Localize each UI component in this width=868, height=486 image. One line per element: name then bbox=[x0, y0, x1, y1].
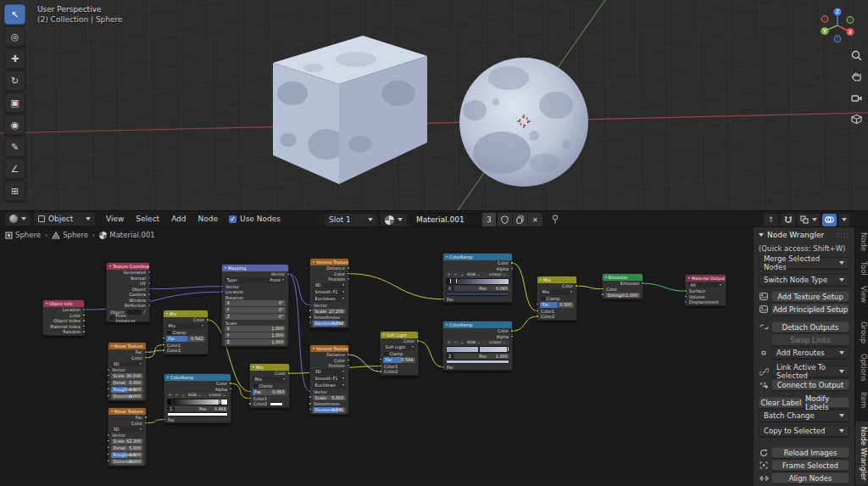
socket-alpha[interactable] bbox=[510, 267, 514, 271]
align-nodes-button[interactable]: Align Nodes bbox=[771, 472, 849, 483]
node-checkbox-from-instancer[interactable]: From Instancer bbox=[107, 316, 149, 321]
colorramp-gradient[interactable] bbox=[167, 399, 228, 405]
menu-view[interactable]: View bbox=[100, 215, 130, 223]
node-header[interactable]: Mapping bbox=[222, 265, 288, 271]
field-x[interactable]: X1.000 bbox=[225, 326, 286, 332]
material-users-count[interactable]: 3 bbox=[482, 213, 496, 226]
stop-color-swatch[interactable] bbox=[446, 360, 509, 365]
add-stop-button[interactable]: + bbox=[446, 272, 452, 277]
stop-position-field[interactable]: Pos1.000 bbox=[454, 354, 509, 359]
field-y[interactable]: Y0° bbox=[225, 307, 286, 313]
node-emission[interactable]: EmissionEmissionColorStrength1.000 bbox=[602, 273, 643, 299]
socket-volume[interactable] bbox=[684, 295, 687, 299]
snap-target-select[interactable] bbox=[798, 214, 820, 226]
socket-color1[interactable] bbox=[162, 344, 165, 347]
node-checkbox-clamp[interactable]: Clamp bbox=[381, 351, 418, 357]
socket-scale[interactable] bbox=[309, 309, 312, 312]
collapse-icon[interactable] bbox=[313, 261, 314, 263]
socket-color2[interactable] bbox=[248, 402, 252, 405]
socket-fac[interactable] bbox=[248, 390, 252, 394]
dropdown-mix[interactable]: Mix bbox=[253, 377, 287, 383]
dropdown-point[interactable]: Type:Point bbox=[225, 277, 286, 283]
socket-emission[interactable] bbox=[641, 282, 644, 285]
socket-color1[interactable] bbox=[536, 310, 539, 313]
gradient-handle[interactable] bbox=[478, 346, 481, 352]
checkbox-unchecked-icon[interactable] bbox=[167, 331, 171, 335]
camera-view-icon[interactable] bbox=[849, 90, 864, 105]
dropdown-euclidean[interactable]: Euclidean bbox=[313, 296, 346, 302]
pan-hand-icon[interactable] bbox=[849, 69, 864, 84]
socket-detail[interactable] bbox=[107, 381, 110, 384]
socket-vector[interactable] bbox=[220, 285, 224, 288]
collapse-icon[interactable] bbox=[540, 279, 542, 281]
field-randomness[interactable]: Randomness0.758 bbox=[313, 321, 346, 327]
field-detail[interactable]: Detail0.000 bbox=[111, 380, 143, 386]
socket-roughness[interactable] bbox=[107, 453, 110, 456]
node-header[interactable]: Voronoi Texture bbox=[310, 345, 348, 352]
field-strength[interactable]: Strength1.000 bbox=[605, 293, 640, 299]
gradient-handle[interactable] bbox=[171, 399, 174, 405]
socket-color[interactable] bbox=[575, 284, 578, 288]
collapse-icon[interactable] bbox=[605, 277, 607, 278]
dropdown-smooth-f1[interactable]: Smooth F1 bbox=[313, 289, 346, 295]
socket-color2[interactable] bbox=[536, 315, 539, 318]
node-mix1[interactable]: MixColorMixClampFac0.542Color1Color2 bbox=[163, 310, 209, 355]
dropdown-3d[interactable]: 3D bbox=[111, 427, 143, 433]
new-material-copy-button[interactable] bbox=[513, 213, 527, 226]
move-tool-icon[interactable]: ✚ bbox=[4, 48, 25, 69]
go-parent-node-tree-icon[interactable]: ↑ bbox=[764, 214, 778, 226]
socket-color[interactable] bbox=[601, 288, 604, 291]
color-mode-select[interactable]: RGB ⌄ bbox=[466, 272, 487, 277]
node-checkbox-clamp[interactable]: Clamp bbox=[537, 296, 576, 302]
socket-color[interactable] bbox=[144, 356, 147, 360]
reload-images-button[interactable]: Reload Images bbox=[771, 447, 849, 458]
node-texcoord[interactable]: Texture CoordinateGeneratedNormalUVObjec… bbox=[106, 262, 150, 322]
socket-fac[interactable] bbox=[162, 337, 165, 340]
unlink-material-button[interactable]: ✕ bbox=[528, 213, 542, 226]
dropdown-mix[interactable]: Mix bbox=[540, 289, 574, 295]
node-header[interactable]: Voronoi Texture bbox=[310, 259, 348, 265]
dropdown-soft-light[interactable]: Soft Light bbox=[383, 344, 415, 350]
socket-normal[interactable] bbox=[147, 277, 151, 280]
socket-vector[interactable] bbox=[107, 368, 110, 371]
dropdown-3d[interactable]: 3D bbox=[313, 369, 346, 375]
shader-type-select[interactable]: Object bbox=[34, 213, 95, 226]
field-roughness[interactable]: Roughness0.500 bbox=[111, 387, 143, 393]
collapse-icon[interactable] bbox=[111, 345, 113, 347]
tab-view[interactable]: View bbox=[855, 281, 868, 308]
node-header[interactable]: ColorRamp bbox=[443, 321, 512, 328]
gradient-handle[interactable] bbox=[507, 346, 509, 352]
gradient-handle[interactable] bbox=[455, 278, 458, 284]
node-header[interactable]: Material Output bbox=[686, 275, 726, 282]
node-colorramp_b1[interactable]: ColorRampColorAlpha+−⌄RGB ⌄Linear ⌄0Pos0… bbox=[442, 253, 513, 303]
breadcrumb-object[interactable]: Sphere bbox=[5, 231, 41, 239]
socket-vector[interactable] bbox=[309, 390, 312, 394]
node-header[interactable]: Noise Texture bbox=[108, 343, 146, 349]
breadcrumb-material[interactable]: Material.001 bbox=[99, 231, 154, 239]
field-fac[interactable]: Fac0.083 bbox=[253, 389, 287, 395]
stop-position-field[interactable]: Pos0.868 bbox=[175, 406, 228, 411]
node-header[interactable]: Texture Coordinate bbox=[107, 263, 149, 270]
node-colorramp_b2[interactable]: ColorRampColorAlpha+−⌄RGB ⌄Linear ⌄2Pos1… bbox=[442, 321, 513, 371]
dropdown-3d[interactable]: 3D bbox=[313, 282, 346, 288]
socket-material-index[interactable] bbox=[82, 325, 86, 328]
node-header[interactable]: Mix bbox=[164, 310, 208, 317]
panel-grip-icon[interactable]: :::: bbox=[837, 232, 849, 239]
panel-header[interactable]: Node Wrangler :::: bbox=[759, 231, 849, 239]
color-mode-select[interactable]: RGB ⌄ bbox=[187, 393, 208, 398]
node-header[interactable]: ColorRamp bbox=[443, 254, 512, 260]
interpolation-select[interactable]: Linear ⌄ bbox=[208, 393, 228, 398]
socket-scale[interactable] bbox=[107, 439, 110, 443]
socket-fac[interactable] bbox=[442, 366, 445, 369]
socket-distance[interactable] bbox=[347, 266, 350, 270]
stop-index-field[interactable]: 2 bbox=[446, 354, 453, 359]
socket-vector[interactable] bbox=[309, 304, 312, 307]
socket-smoothness[interactable] bbox=[309, 316, 312, 319]
tab-options[interactable]: Options bbox=[855, 349, 868, 387]
checkbox-unchecked-icon[interactable] bbox=[110, 316, 114, 321]
clear-label-button[interactable]: Clear Label bbox=[759, 397, 804, 408]
socket-color[interactable] bbox=[416, 339, 420, 343]
node-objectinfo[interactable]: Object InfoLocationColorObject IndexMate… bbox=[42, 299, 85, 336]
checkbox-unchecked-icon[interactable] bbox=[253, 384, 258, 388]
socket-randomness[interactable] bbox=[309, 321, 312, 325]
